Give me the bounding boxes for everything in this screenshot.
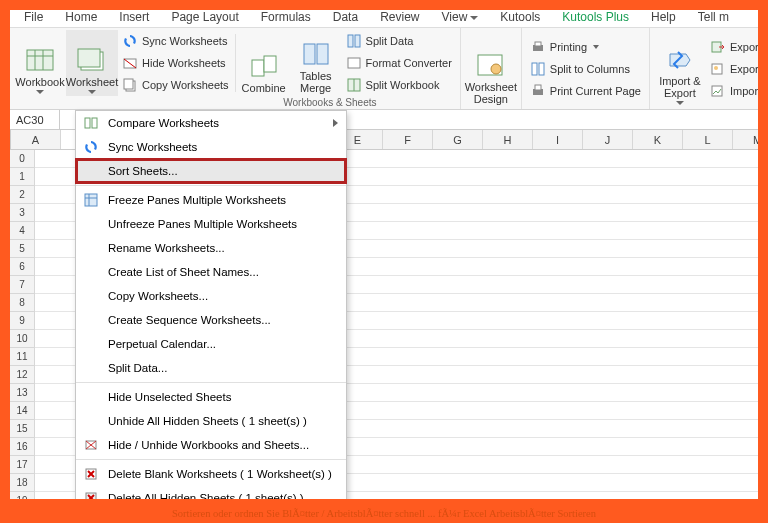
worksheet-icon bbox=[76, 46, 108, 76]
menu-item-freeze-panes-multiple-worksheets[interactable]: Freeze Panes Multiple Worksheets bbox=[76, 188, 346, 212]
menu-item-rename-worksheets[interactable]: Rename Worksheets... bbox=[76, 236, 346, 260]
tab-review[interactable]: Review bbox=[376, 10, 423, 24]
col-M[interactable]: M bbox=[733, 130, 758, 149]
split-workbook-button[interactable]: Split Workbook bbox=[346, 75, 452, 95]
chevron-down-icon bbox=[88, 90, 96, 94]
hide-worksheets-button[interactable]: Hide Worksheets bbox=[122, 53, 229, 73]
import-pictures-button[interactable]: Import Pictures bbox=[710, 81, 758, 101]
row-5[interactable]: 5 bbox=[10, 240, 34, 258]
row-17[interactable]: 17 bbox=[10, 456, 34, 474]
svg-rect-15 bbox=[355, 35, 360, 47]
col-A[interactable]: A bbox=[11, 130, 61, 149]
row-1[interactable]: 1 bbox=[10, 168, 34, 186]
row-10[interactable]: 10 bbox=[10, 330, 34, 348]
split-to-columns-button[interactable]: Split to Columns bbox=[530, 59, 641, 79]
tab-page-layout[interactable]: Page Layout bbox=[167, 10, 242, 24]
group-printing: Printing Split to Columns Print Current … bbox=[522, 28, 650, 109]
row-2[interactable]: 2 bbox=[10, 186, 34, 204]
tab-help[interactable]: Help bbox=[647, 10, 680, 24]
menu-item-create-list-of-sheet-names[interactable]: Create List of Sheet Names... bbox=[76, 260, 346, 284]
row-13[interactable]: 13 bbox=[10, 384, 34, 402]
menu-item-delete-all-hidden-sheets-1-sheet-s[interactable]: Delete All Hidden Sheets ( 1 sheet(s) ) bbox=[76, 486, 346, 499]
row-8[interactable]: 8 bbox=[10, 294, 34, 312]
row-7[interactable]: 7 bbox=[10, 276, 34, 294]
tab-view[interactable]: View bbox=[438, 10, 483, 24]
blank-icon bbox=[82, 216, 100, 232]
menu-item-create-sequence-worksheets[interactable]: Create Sequence Worksheets... bbox=[76, 308, 346, 332]
worksheet-button[interactable]: Worksheet bbox=[66, 30, 118, 96]
tab-insert[interactable]: Insert bbox=[115, 10, 153, 24]
sync-icon bbox=[82, 139, 100, 155]
row-12[interactable]: 12 bbox=[10, 366, 34, 384]
name-box[interactable]: AC30 bbox=[10, 110, 60, 129]
col-L[interactable]: L bbox=[683, 130, 733, 149]
menu-item-hide-unhide-workbooks-and-sheets[interactable]: Hide / Unhide Workbooks and Sheets... bbox=[76, 433, 346, 457]
split-data-button[interactable]: Split Data bbox=[346, 31, 452, 51]
svg-rect-26 bbox=[535, 85, 541, 90]
col-H[interactable]: H bbox=[483, 130, 533, 149]
row-11[interactable]: 11 bbox=[10, 348, 34, 366]
app-window: File Home Insert Page Layout Formulas Da… bbox=[10, 10, 758, 499]
col-J[interactable]: J bbox=[583, 130, 633, 149]
copy-label: Copy Worksheets bbox=[142, 79, 229, 91]
menu-item-unfreeze-panes-multiple-worksheets[interactable]: Unfreeze Panes Multiple Worksheets bbox=[76, 212, 346, 236]
menu-item-label: Copy Worksheets... bbox=[108, 290, 338, 302]
tab-home[interactable]: Home bbox=[61, 10, 101, 24]
tab-kutools-plus[interactable]: Kutools Plus bbox=[558, 10, 633, 24]
row-9[interactable]: 9 bbox=[10, 312, 34, 330]
tab-tell-me[interactable]: Tell m bbox=[694, 10, 733, 24]
format-converter-label: Format Converter bbox=[366, 57, 452, 69]
row-6[interactable]: 6 bbox=[10, 258, 34, 276]
menu-item-copy-worksheets[interactable]: Copy Worksheets... bbox=[76, 284, 346, 308]
workbook-button[interactable]: Workbook bbox=[14, 30, 66, 96]
tab-formulas[interactable]: Formulas bbox=[257, 10, 315, 24]
format-converter-button[interactable]: Format Converter bbox=[346, 53, 452, 73]
sync-worksheets-button[interactable]: Sync Worksheets bbox=[122, 31, 229, 51]
row-3[interactable]: 3 bbox=[10, 204, 34, 222]
svg-point-20 bbox=[491, 64, 501, 74]
menu-item-delete-blank-worksheets-1-worksheet-s[interactable]: Delete Blank Worksheets ( 1 Worksheet(s)… bbox=[76, 462, 346, 486]
worksheet-design-button[interactable]: Worksheet Design bbox=[465, 30, 517, 107]
menu-item-sync-worksheets[interactable]: Sync Worksheets bbox=[76, 135, 346, 159]
print-current-page-button[interactable]: Print Current Page bbox=[530, 81, 641, 101]
menu-item-label: Create Sequence Worksheets... bbox=[108, 314, 338, 326]
deletehidden-icon bbox=[82, 490, 100, 499]
row-0[interactable]: 0 bbox=[10, 150, 34, 168]
row-headers: 0123456789101112131415161718192021 bbox=[10, 150, 35, 499]
split-workbook-icon bbox=[346, 77, 362, 93]
printing-button[interactable]: Printing bbox=[530, 37, 641, 57]
tab-kutools[interactable]: Kutools bbox=[496, 10, 544, 24]
row-14[interactable]: 14 bbox=[10, 402, 34, 420]
import-pictures-label: Import Pictures bbox=[730, 85, 758, 97]
group-import-export: Import & Export Export Range Export Grap… bbox=[650, 28, 758, 109]
col-G[interactable]: G bbox=[433, 130, 483, 149]
tab-file[interactable]: File bbox=[20, 10, 47, 24]
row-16[interactable]: 16 bbox=[10, 438, 34, 456]
combine-button[interactable]: Combine bbox=[238, 30, 290, 96]
import-export-button[interactable]: Import & Export bbox=[654, 30, 706, 107]
workbook-label: Workbook bbox=[15, 76, 64, 88]
menu-item-split-data[interactable]: Split Data... bbox=[76, 356, 346, 380]
group-design: Worksheet Design bbox=[461, 28, 522, 109]
svg-rect-30 bbox=[712, 86, 722, 96]
export-graphics-button[interactable]: Export Graphics bbox=[710, 59, 758, 79]
menu-item-perpetual-calendar[interactable]: Perpetual Calendar... bbox=[76, 332, 346, 356]
col-K[interactable]: K bbox=[633, 130, 683, 149]
menu-item-hide-unselected-sheets[interactable]: Hide Unselected Sheets bbox=[76, 385, 346, 409]
row-18[interactable]: 18 bbox=[10, 474, 34, 492]
svg-rect-5 bbox=[78, 49, 100, 67]
copy-worksheets-button[interactable]: Copy Worksheets bbox=[122, 75, 229, 95]
menu-item-unhide-all-hidden-sheets-1-sheet-s[interactable]: Unhide All Hidden Sheets ( 1 sheet(s) ) bbox=[76, 409, 346, 433]
row-19[interactable]: 19 bbox=[10, 492, 34, 499]
menu-item-compare-worksheets[interactable]: Compare Worksheets bbox=[76, 111, 346, 135]
row-15[interactable]: 15 bbox=[10, 420, 34, 438]
col-F[interactable]: F bbox=[383, 130, 433, 149]
menu-item-sort-sheets[interactable]: Sort Sheets... bbox=[76, 159, 346, 183]
row-4[interactable]: 4 bbox=[10, 222, 34, 240]
tables-merge-button[interactable]: Tables Merge bbox=[290, 30, 342, 96]
split-data-icon bbox=[346, 33, 362, 49]
tab-data[interactable]: Data bbox=[329, 10, 362, 24]
col-I[interactable]: I bbox=[533, 130, 583, 149]
menu-item-label: Unfreeze Panes Multiple Worksheets bbox=[108, 218, 338, 230]
export-range-button[interactable]: Export Range bbox=[710, 37, 758, 57]
